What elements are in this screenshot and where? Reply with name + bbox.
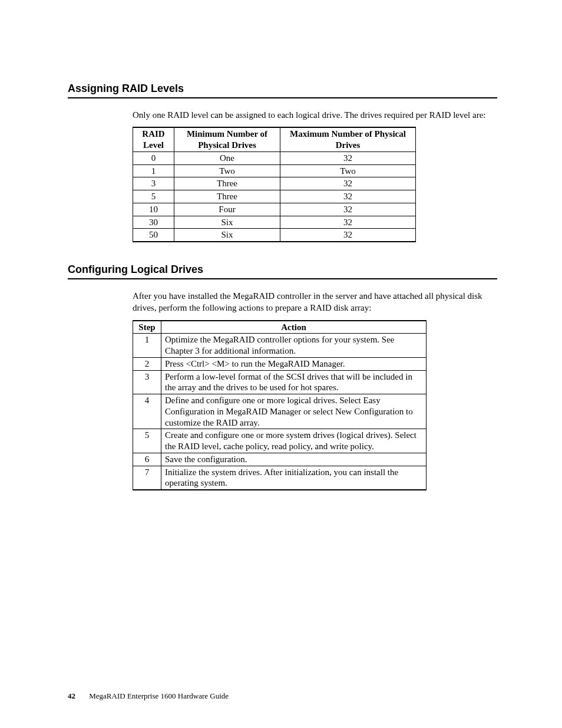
cell-level: 30 <box>133 216 174 229</box>
table-header-row: Step Action <box>133 321 427 334</box>
table-row: 6Save the configuration. <box>133 453 427 466</box>
heading-assigning-raid-levels: Assigning RAID Levels <box>68 83 497 98</box>
table-row: 3Perform a low-level format of the SCSI … <box>133 370 427 394</box>
cell-step-number: 7 <box>133 466 161 490</box>
cell-min: Three <box>174 190 280 203</box>
intro-configuring-logical-drives: After you have installed the MegaRAID co… <box>133 290 497 314</box>
page-footer: 42 MegaRAID Enterprise 1600 Hardware Gui… <box>68 691 229 701</box>
footer-title: MegaRAID Enterprise 1600 Hardware Guide <box>89 691 229 700</box>
cell-min: Six <box>174 229 280 242</box>
cell-level: 50 <box>133 229 174 242</box>
cell-step-action: Perform a low-level format of the SCSI d… <box>161 370 427 394</box>
cell-min: One <box>174 151 280 164</box>
cell-step-number: 4 <box>133 394 161 429</box>
cell-level: 5 <box>133 190 174 203</box>
cell-step-number: 6 <box>133 453 161 466</box>
cell-max: 32 <box>280 216 416 229</box>
table-row: 1TwoTwo <box>133 164 416 177</box>
table-row: 5Three32 <box>133 190 416 203</box>
col-header-action: Action <box>161 321 427 334</box>
cell-min: Four <box>174 203 280 216</box>
steps-table-wrap: Step Action 1Optimize the MegaRAID contr… <box>133 320 497 491</box>
cell-level: 0 <box>133 151 174 164</box>
cell-max: 32 <box>280 151 416 164</box>
cell-step-action: Optimize the MegaRAID controller options… <box>161 334 427 358</box>
cell-min: Six <box>174 216 280 229</box>
table-row: 1Optimize the MegaRAID controller option… <box>133 334 427 358</box>
table-header-row: RAID Level Minimum Number of Physical Dr… <box>133 127 416 151</box>
cell-step-action: Initialize the system drives. After init… <box>161 466 427 490</box>
cell-min: Three <box>174 177 280 190</box>
cell-level: 1 <box>133 164 174 177</box>
cell-step-number: 1 <box>133 334 161 358</box>
table-row: 7Initialize the system drives. After ini… <box>133 466 427 490</box>
cell-step-number: 2 <box>133 357 161 370</box>
col-header-step: Step <box>133 321 161 334</box>
col-header-max-drives: Maximum Number of Physical Drives <box>280 127 416 151</box>
cell-step-action: Create and configure one or more system … <box>161 429 427 453</box>
raid-levels-table: RAID Level Minimum Number of Physical Dr… <box>133 127 416 242</box>
table-row: 5Create and configure one or more system… <box>133 429 427 453</box>
table-row: 50Six32 <box>133 229 416 242</box>
cell-step-number: 5 <box>133 429 161 453</box>
col-header-min-drives: Minimum Number of Physical Drives <box>174 127 280 151</box>
table-row: 3Three32 <box>133 177 416 190</box>
page-number: 42 <box>68 691 75 700</box>
cell-level: 3 <box>133 177 174 190</box>
cell-step-number: 3 <box>133 370 161 394</box>
cell-level: 10 <box>133 203 174 216</box>
heading-configuring-logical-drives: Configuring Logical Drives <box>68 263 497 279</box>
cell-max: 32 <box>280 177 416 190</box>
cell-max: 32 <box>280 203 416 216</box>
col-header-raid-level: RAID Level <box>133 127 174 151</box>
cell-max: Two <box>280 164 416 177</box>
cell-step-action: Define and configure one or more logical… <box>161 394 427 429</box>
cell-min: Two <box>174 164 280 177</box>
table-row: 10Four32 <box>133 203 416 216</box>
table-row: 2Press <Ctrl> <M> to run the MegaRAID Ma… <box>133 357 427 370</box>
cell-max: 32 <box>280 229 416 242</box>
cell-max: 32 <box>280 190 416 203</box>
cell-step-action: Press <Ctrl> <M> to run the MegaRAID Man… <box>161 357 427 370</box>
raid-levels-table-wrap: RAID Level Minimum Number of Physical Dr… <box>133 127 497 242</box>
table-row: 30Six32 <box>133 216 416 229</box>
steps-table: Step Action 1Optimize the MegaRAID contr… <box>133 320 427 491</box>
table-row: 4Define and configure one or more logica… <box>133 394 427 429</box>
table-row: 0One32 <box>133 151 416 164</box>
intro-assigning-raid-levels: Only one RAID level can be assigned to e… <box>133 109 497 121</box>
cell-step-action: Save the configuration. <box>161 453 427 466</box>
